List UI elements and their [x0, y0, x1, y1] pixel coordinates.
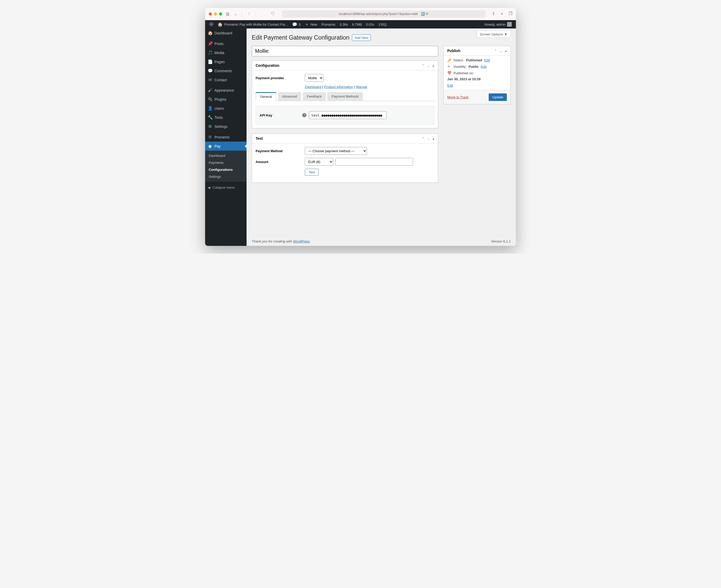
menu-tools[interactable]: 🔧Tools	[205, 113, 246, 122]
menu-dashboard[interactable]: 🏠Dashboard	[205, 28, 246, 38]
submenu-pay: Dashboard Payments Configurations Settin…	[205, 151, 246, 182]
provider-manual-link[interactable]: Manual	[356, 85, 367, 89]
debug-memory: 6.7MB	[350, 20, 364, 28]
new-tab-icon[interactable]: ＋	[500, 11, 504, 17]
menu-settings[interactable]: ⚙Settings	[205, 122, 246, 131]
sidebar-toggle-icon[interactable]: ▥	[225, 12, 231, 16]
payment-method-label: Payment Method	[256, 149, 305, 153]
browser-titlebar: ▥ ⌄ 〈 〉 ⛉ localhost:8888/wp-admin/post.p…	[205, 8, 516, 20]
payment-method-select[interactable]: — Choose payment method —	[305, 147, 367, 155]
currency-select[interactable]: EUR (€)	[305, 158, 333, 166]
wp-logo-menu[interactable]: ⓦ	[207, 20, 216, 28]
wp-admin-bar: ⓦ 🏠Pronamic Pay with Mollie for Contact …	[205, 20, 516, 28]
nav-back-button[interactable]: 〈	[245, 12, 251, 16]
panel-toggle-icon[interactable]: ▴	[505, 49, 507, 53]
nav-forward-button[interactable]: 〉	[254, 12, 260, 16]
submenu-dashboard[interactable]: Dashboard	[205, 152, 246, 159]
menu-pages[interactable]: 📄Pages	[205, 57, 246, 66]
panel-up-icon[interactable]: ⌃	[422, 64, 424, 67]
site-title-text: Pronamic Pay with Mollie for Contact For…	[224, 22, 288, 26]
visibility-label: Visibility:	[454, 65, 466, 68]
footer-version: Version 6.1.1	[491, 239, 511, 243]
share-icon[interactable]: ⇪	[492, 11, 495, 17]
amount-input[interactable]	[335, 158, 413, 166]
shield-privacy-icon[interactable]: ⛉	[270, 12, 276, 16]
test-panel: Test ⌃ ⌄ ▴ Payment Method — Ch	[252, 133, 438, 183]
provider-product-link[interactable]: Product information	[324, 85, 353, 89]
api-key-label: API Key	[260, 113, 302, 117]
menu-pronamic[interactable]: ℗Pronamic	[205, 132, 246, 142]
site-name-menu[interactable]: 🏠Pronamic Pay with Mollie for Contact Fo…	[216, 20, 290, 28]
add-new-button[interactable]: Add New	[352, 35, 371, 41]
window-minimize-button[interactable]	[214, 13, 217, 16]
tab-advanced[interactable]: Advanced	[278, 92, 301, 101]
tab-general[interactable]: General	[256, 92, 276, 101]
menu-posts[interactable]: 📌Posts	[205, 39, 246, 48]
submenu-settings[interactable]: Settings	[205, 173, 246, 180]
test-panel-title: Test	[256, 136, 263, 141]
configuration-panel-title: Configuration	[256, 63, 279, 67]
panel-down-icon[interactable]: ⌄	[500, 49, 502, 53]
submenu-configurations[interactable]: Configurations	[205, 166, 246, 173]
config-tabs: General Advanced Feedback Payment Method…	[256, 92, 434, 101]
avatar	[507, 22, 512, 27]
menu-comments[interactable]: 💬Comments	[205, 66, 246, 75]
amount-label: Amount	[256, 160, 305, 164]
provider-dashboard-link[interactable]: Dashboard	[305, 85, 321, 89]
menu-contact[interactable]: ✉Contact	[205, 75, 246, 84]
debug-querytime: 0.03s	[364, 20, 376, 28]
collapse-menu-button[interactable]: ◀Collapse menu	[205, 183, 246, 192]
submenu-payments[interactable]: Payments	[205, 159, 246, 166]
comments-menu[interactable]: 💬0	[290, 20, 303, 28]
panel-down-icon[interactable]: ⌄	[427, 64, 430, 67]
menu-media[interactable]: 🎵Media	[205, 48, 246, 57]
content-area: Screen Options ▼ Edit Payment Gateway Co…	[246, 28, 516, 246]
debug-time: 0.36s	[338, 20, 350, 28]
help-icon[interactable]: ?	[302, 113, 306, 117]
window-close-button[interactable]	[209, 13, 212, 16]
edit-date-link[interactable]: Edit	[447, 84, 453, 87]
move-to-trash-link[interactable]: Move to Trash	[447, 95, 468, 99]
url-text: localhost:8888/wp-admin/post.php?post=7&…	[339, 12, 418, 16]
menu-plugins[interactable]: 🔌Plugins	[205, 95, 246, 104]
published-on-value: Jan 30, 2023 at 10:28	[447, 77, 481, 81]
post-title-input[interactable]	[252, 46, 438, 57]
panel-down-icon[interactable]: ⌄	[427, 136, 430, 141]
publish-panel-title: Publish	[447, 49, 460, 53]
payment-provider-select[interactable]: Mollie	[305, 74, 323, 82]
panel-toggle-icon[interactable]: ▴	[433, 136, 434, 141]
wordpress-link[interactable]: WordPress	[293, 239, 310, 243]
edit-visibility-link[interactable]: Edit	[481, 65, 486, 68]
menu-users[interactable]: 👤Users	[205, 104, 246, 113]
panel-up-icon[interactable]: ⌃	[494, 49, 497, 53]
eye-icon: 👁	[447, 65, 452, 68]
panel-up-icon[interactable]: ⌃	[422, 136, 424, 141]
tab-feedback[interactable]: Feedback	[303, 92, 326, 101]
test-button[interactable]: Test	[305, 169, 319, 176]
footer-thanks: Thank you for creating with WordPress.	[252, 239, 311, 243]
window-zoom-button[interactable]	[219, 13, 222, 16]
tab-dropdown-icon[interactable]: ⌄	[233, 12, 239, 16]
edit-status-link[interactable]: Edit	[484, 58, 490, 62]
admin-menu: 🏠Dashboard 📌Posts 🎵Media 📄Pages 💬Comment…	[205, 28, 246, 246]
tab-payment-methods[interactable]: Payment Methods	[327, 92, 363, 101]
debug-queries: 135Q	[376, 20, 389, 28]
calendar-icon: 📅	[447, 71, 452, 75]
status-value: Published	[466, 58, 482, 62]
key-icon: 🔑	[447, 58, 452, 62]
show-tabs-icon[interactable]: ❐	[509, 11, 512, 17]
my-account-menu[interactable]: Howdy, admin	[482, 20, 514, 28]
url-bar[interactable]: localhost:8888/wp-admin/post.php?post=7&…	[282, 10, 486, 18]
visibility-value: Public	[468, 65, 479, 68]
menu-appearance[interactable]: 🖌Appearance	[205, 86, 246, 95]
panel-toggle-icon[interactable]: ▴	[433, 64, 434, 67]
published-on-label: Published on:	[454, 71, 474, 75]
pronamic-menu[interactable]: Pronamic	[319, 20, 338, 28]
new-content-menu[interactable]: ＋New	[303, 20, 319, 28]
status-label: Status:	[454, 58, 464, 62]
update-button[interactable]: Update	[489, 93, 507, 101]
menu-pay[interactable]: ◉Pay	[205, 142, 246, 151]
page-title: Edit Payment Gateway Configuration	[252, 34, 349, 41]
api-key-input[interactable]	[309, 111, 387, 119]
screen-options-button[interactable]: Screen Options ▼	[477, 31, 511, 38]
